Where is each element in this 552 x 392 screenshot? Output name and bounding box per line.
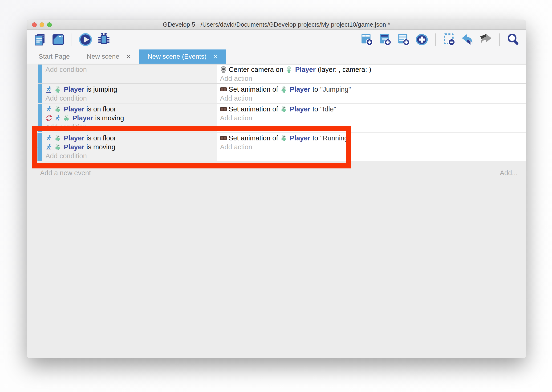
add-more-button[interactable]: Add...: [500, 169, 518, 177]
close-window-button[interactable]: [32, 22, 37, 27]
actions-cell[interactable]: Set animation of Player to "Running" Add…: [217, 133, 526, 161]
add-event-icon[interactable]: [360, 33, 373, 46]
actions-cell[interactable]: Center camera on Player (layer: , camera…: [217, 64, 526, 83]
search-icon[interactable]: [506, 33, 520, 46]
add-action-button[interactable]: Add action: [220, 142, 526, 152]
remove-event-icon[interactable]: [442, 33, 456, 46]
player-object-icon: [280, 105, 287, 113]
player-object-icon: [54, 134, 61, 142]
event-drag-handle[interactable]: [38, 84, 42, 103]
action-text: Set animation of: [229, 85, 278, 93]
player-object-icon: [63, 114, 70, 122]
platformer-behavior-icon: [54, 114, 61, 122]
condition-row[interactable]: Player is jumping: [45, 85, 217, 94]
add-new-event-button[interactable]: Add a new event: [40, 169, 91, 177]
toolbar: [27, 30, 526, 49]
animation-icon: [220, 134, 227, 142]
conditions-cell[interactable]: Player is on floor Player is moving Add …: [42, 133, 217, 161]
add-action-button[interactable]: Add action: [220, 94, 526, 103]
minimize-window-button[interactable]: [40, 22, 44, 27]
action-text: (layer: , camera: ): [318, 66, 371, 73]
platformer-behavior-icon: [45, 143, 53, 151]
toolbar-separator: [435, 34, 436, 46]
event-drag-handle[interactable]: [38, 64, 42, 83]
add-condition-button[interactable]: Add condition: [45, 123, 217, 132]
close-tab-icon[interactable]: ×: [126, 53, 131, 61]
undo-icon[interactable]: [461, 33, 474, 46]
toolbar-separator: [72, 34, 72, 46]
actions-cell[interactable]: Set animation of Player to "Idle" Add ac…: [217, 104, 526, 132]
toolbar-left-group: [33, 33, 111, 46]
condition-text: is on floor: [86, 134, 116, 142]
conditions-cell[interactable]: Player is jumping Add condition: [42, 84, 217, 103]
conditions-cell[interactable]: Add condition: [42, 64, 217, 83]
tab-label: New scene (Events): [147, 53, 207, 60]
condition-row-inverted[interactable]: Player is moving: [45, 113, 217, 123]
player-object-icon: [54, 105, 61, 113]
tab-new-scene[interactable]: New scene ×: [78, 49, 139, 64]
action-value: "Running": [320, 134, 351, 142]
action-text: to: [312, 105, 318, 113]
redo-icon[interactable]: [479, 33, 493, 46]
event-tree-branch: [34, 118, 38, 118]
tab-new-scene-events[interactable]: New scene (Events) ×: [139, 49, 226, 64]
events-sheet: Add condition Center camera on Player (l…: [27, 64, 526, 358]
event-drag-handle[interactable]: [38, 104, 42, 132]
tab-bar: Start Page New scene × New scene (Events…: [27, 49, 526, 64]
play-icon[interactable]: [79, 33, 92, 46]
add-subevent-icon[interactable]: [378, 33, 392, 46]
object-name: Player: [64, 105, 84, 113]
actions-cell[interactable]: Set animation of Player to "Jumping" Add…: [217, 84, 526, 103]
scene-editor-icon[interactable]: [51, 33, 65, 46]
toolbar-separator: [499, 34, 500, 46]
add-condition-button[interactable]: Add condition: [45, 152, 217, 161]
event-drag-handle[interactable]: [38, 133, 42, 161]
conditions-cell[interactable]: Player is on floor Player is moving Add …: [42, 104, 217, 132]
action-row[interactable]: Set animation of Player to "Running": [220, 133, 526, 142]
object-name: Player: [295, 66, 316, 73]
invert-condition-icon: [45, 114, 53, 122]
tab-start-page[interactable]: Start Page: [30, 49, 78, 64]
object-name: Player: [64, 85, 84, 93]
add-condition-button[interactable]: Add condition: [45, 94, 217, 103]
player-object-icon: [285, 66, 292, 73]
action-row[interactable]: Set animation of Player to "Jumping": [220, 85, 526, 94]
action-text: Center camera on: [229, 66, 283, 73]
action-row[interactable]: Set animation of Player to "Idle": [220, 105, 526, 113]
condition-row[interactable]: Player is moving: [45, 142, 217, 152]
add-action-button[interactable]: Add action: [220, 74, 526, 83]
zoom-window-button[interactable]: [47, 22, 52, 27]
animation-icon: [220, 86, 227, 93]
object-name: Player: [64, 143, 84, 151]
add-comment-icon[interactable]: [397, 33, 410, 46]
action-text: to: [312, 134, 318, 142]
object-name: Player: [73, 114, 93, 122]
object-name: Player: [290, 134, 310, 142]
event-row-selected[interactable]: Player is on floor Player is moving Add …: [37, 133, 526, 161]
animation-icon: [220, 105, 227, 113]
object-name: Player: [290, 85, 310, 93]
window-title: GDevelop 5 - /Users/david/Documents/GDev…: [27, 21, 526, 28]
add-circle-icon[interactable]: [415, 33, 429, 46]
action-row[interactable]: Center camera on Player (layer: , camera…: [220, 65, 526, 74]
event-row[interactable]: Player is on floor Player is moving Add …: [38, 104, 526, 132]
close-tab-icon[interactable]: ×: [214, 53, 218, 61]
add-action-button[interactable]: Add action: [220, 113, 526, 123]
platformer-behavior-icon: [45, 86, 53, 93]
event-row[interactable]: Add condition Center camera on Player (l…: [38, 64, 526, 84]
project-manager-icon[interactable]: [33, 33, 47, 46]
platformer-behavior-icon: [45, 134, 53, 142]
titlebar: GDevelop 5 - /Users/david/Documents/GDev…: [27, 20, 526, 30]
condition-row[interactable]: Player is on floor: [45, 105, 217, 113]
traffic-lights: [32, 20, 52, 29]
condition-row[interactable]: Player is on floor: [45, 133, 217, 142]
condition-text: is jumping: [86, 85, 117, 93]
event-tree-branch: [34, 174, 38, 174]
condition-text: is on floor: [86, 105, 116, 113]
action-value: "Jumping": [320, 85, 351, 93]
event-tree-branch: [34, 147, 38, 147]
debug-icon[interactable]: [97, 33, 111, 46]
action-value: "Idle": [320, 105, 336, 113]
add-condition-button[interactable]: Add condition: [45, 65, 217, 74]
event-row[interactable]: Player is jumping Add condition Set anim…: [38, 84, 526, 103]
